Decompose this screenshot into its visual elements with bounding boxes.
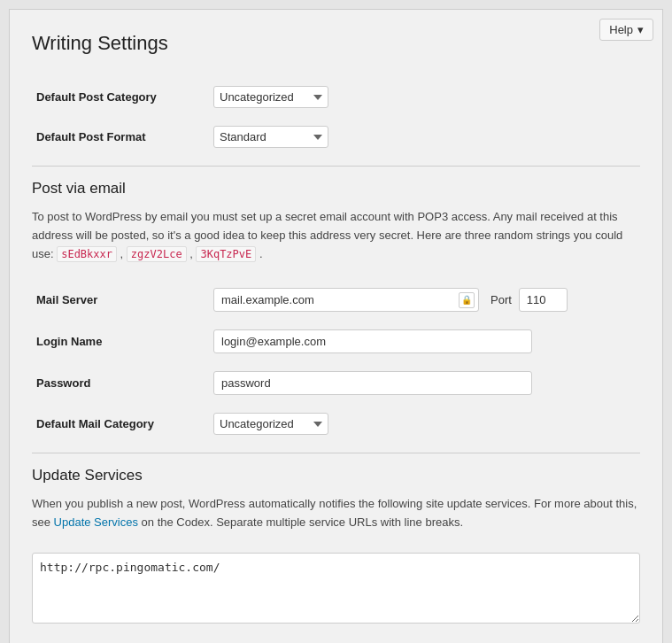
help-chevron-icon: ▾ [637, 23, 644, 36]
random-string-2: zgzV2Lce [127, 246, 187, 262]
default-post-format-cell: Standard [209, 117, 640, 157]
password-row: Password [32, 362, 640, 404]
random-string-3: 3KqTzPvE [196, 246, 256, 262]
mail-server-label: Mail Server [32, 279, 209, 321]
update-services-section: Update Services When you publish a new p… [32, 453, 640, 626]
default-mail-category-select[interactable]: Uncategorized [213, 413, 328, 435]
mail-settings-table: Mail Server 🔒 Port Login [32, 279, 640, 444]
period: . [256, 247, 262, 260]
update-services-desc-part2: on the Codex. Separate multiple service … [138, 515, 463, 529]
help-label: Help [609, 23, 633, 36]
help-button-area: Help ▾ [599, 19, 653, 41]
update-services-textarea[interactable]: http://rpc.pingomatic.com/ [32, 553, 640, 624]
help-button[interactable]: Help ▾ [599, 19, 653, 41]
random-string-1: sEdBkxxr [57, 246, 117, 262]
default-post-format-label: Default Post Format [32, 117, 209, 157]
default-mail-category-row: Default Mail Category Uncategorized [32, 404, 640, 444]
mail-server-wrapper: 🔒 [213, 288, 479, 312]
settings-table: Default Post Category Uncategorized Defa… [32, 77, 640, 157]
login-name-label: Login Name [32, 321, 209, 362]
default-mail-category-cell: Uncategorized [209, 404, 640, 444]
post-via-email-divider [32, 166, 640, 167]
post-via-email-description: To post to WordPress by email you must s… [32, 208, 640, 263]
login-name-cell [209, 321, 640, 362]
page-title: Writing Settings [32, 32, 640, 55]
comma-1: , [117, 247, 127, 260]
default-post-format-row: Default Post Format Standard [32, 117, 640, 157]
content-area: Writing Settings Default Post Category U… [10, 10, 662, 643]
mail-server-row: Mail Server 🔒 Port [32, 279, 640, 321]
port-label: Port [490, 293, 512, 306]
mail-server-input[interactable] [213, 288, 479, 312]
login-name-row: Login Name [32, 321, 640, 362]
password-cell [209, 362, 640, 404]
port-input[interactable] [519, 288, 568, 312]
mail-server-lock-button[interactable]: 🔒 [459, 292, 475, 308]
login-name-input[interactable] [213, 329, 532, 353]
page-container: Help ▾ Writing Settings Default Post Cat… [9, 9, 663, 643]
update-services-description: When you publish a new post, WordPress a… [32, 495, 640, 532]
update-services-heading: Update Services [32, 467, 640, 484]
password-input[interactable] [213, 371, 532, 395]
mail-server-input-group: 🔒 Port [213, 288, 636, 312]
default-post-category-select[interactable]: Uncategorized [213, 86, 328, 108]
comma-2: , [187, 247, 197, 260]
lock-icon: 🔒 [461, 295, 472, 305]
update-services-link[interactable]: Update Services [54, 515, 138, 529]
post-via-email-heading: Post via email [32, 180, 640, 198]
default-mail-category-label: Default Mail Category [32, 404, 209, 444]
default-post-format-select[interactable]: Standard [213, 126, 328, 148]
update-services-divider [32, 453, 640, 453]
default-post-category-row: Default Post Category Uncategorized [32, 77, 640, 117]
default-post-category-cell: Uncategorized [209, 77, 640, 117]
default-post-category-label: Default Post Category [32, 77, 209, 117]
password-label: Password [32, 362, 209, 404]
mail-server-cell: 🔒 Port [209, 279, 640, 321]
